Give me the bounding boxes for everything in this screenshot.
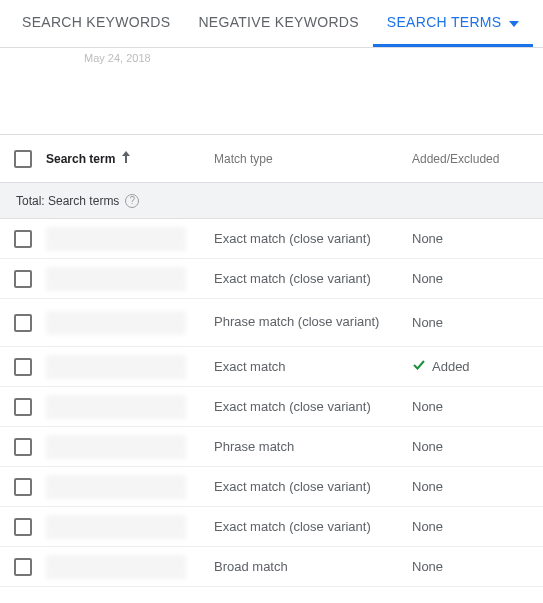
table-row: Exact match (close variant)None (0, 219, 543, 259)
table-row: Exact matchAdded (0, 347, 543, 387)
table-row: Phrase matchNone (0, 427, 543, 467)
tabs-bar: SEARCH KEYWORDS NEGATIVE KEYWORDS SEARCH… (0, 0, 543, 48)
search-term-cell (46, 311, 214, 335)
search-term-cell (46, 515, 214, 539)
match-type-cell: Exact match (close variant) (214, 399, 412, 414)
table-row: Exact match (close variant)None (0, 387, 543, 427)
col-label: Search term (46, 152, 115, 166)
row-checkbox[interactable] (14, 314, 32, 332)
row-checkbox[interactable] (14, 518, 32, 536)
search-term-cell (46, 555, 214, 579)
tab-negative-keywords[interactable]: NEGATIVE KEYWORDS (184, 0, 372, 47)
added-label: Added (432, 359, 470, 374)
search-terms-table: Search term Match type Added/Excluded To… (0, 134, 543, 587)
redacted-term (46, 227, 186, 251)
table-row: Exact match (close variant)None (0, 507, 543, 547)
redacted-term (46, 555, 186, 579)
added-excluded-cell: Added (412, 358, 543, 375)
table-row: Broad matchNone (0, 547, 543, 587)
added-excluded-cell: None (412, 559, 543, 574)
tab-search-terms[interactable]: SEARCH TERMS (373, 0, 534, 47)
redacted-term (46, 435, 186, 459)
match-type-cell: Broad match (214, 559, 412, 574)
row-checkbox[interactable] (14, 558, 32, 576)
redacted-term (46, 515, 186, 539)
added-excluded-cell: None (412, 271, 543, 286)
redacted-term (46, 395, 186, 419)
table-row: Exact match (close variant)None (0, 259, 543, 299)
search-term-cell (46, 395, 214, 419)
total-row: Total: Search terms ? (0, 183, 543, 219)
redacted-term (46, 355, 186, 379)
added-excluded-cell: None (412, 479, 543, 494)
row-checkbox[interactable] (14, 478, 32, 496)
match-type-cell: Phrase match (214, 439, 412, 454)
date-label: May 24, 2018 (0, 48, 543, 74)
spacer (0, 74, 543, 134)
caret-down-icon (509, 14, 519, 30)
col-header-match-type[interactable]: Match type (214, 152, 412, 166)
check-icon (412, 358, 426, 375)
redacted-term (46, 267, 186, 291)
help-icon[interactable]: ? (125, 194, 139, 208)
row-checkbox[interactable] (14, 358, 32, 376)
added-excluded-cell: None (412, 315, 543, 330)
col-header-added-excluded[interactable]: Added/Excluded (412, 152, 543, 166)
row-checkbox[interactable] (14, 398, 32, 416)
match-type-cell: Exact match (close variant) (214, 519, 412, 534)
row-checkbox[interactable] (14, 230, 32, 248)
added-excluded-cell: None (412, 399, 543, 414)
search-term-cell (46, 475, 214, 499)
match-type-cell: Exact match (214, 359, 412, 374)
redacted-term (46, 311, 186, 335)
match-type-cell: Exact match (close variant) (214, 479, 412, 494)
table-row: Exact match (close variant)None (0, 467, 543, 507)
added-excluded-cell: None (412, 519, 543, 534)
tab-search-keywords[interactable]: SEARCH KEYWORDS (8, 0, 184, 47)
match-type-cell: Phrase match (close variant) (214, 314, 412, 331)
search-term-cell (46, 355, 214, 379)
row-checkbox[interactable] (14, 438, 32, 456)
search-term-cell (46, 435, 214, 459)
total-label: Total: Search terms (16, 194, 119, 208)
tab-label: SEARCH TERMS (387, 14, 502, 30)
sort-asc-icon (121, 151, 131, 166)
match-type-cell: Exact match (close variant) (214, 231, 412, 246)
match-type-cell: Exact match (close variant) (214, 271, 412, 286)
redacted-term (46, 475, 186, 499)
select-all-checkbox[interactable] (14, 150, 32, 168)
added-excluded-cell: None (412, 439, 543, 454)
added-excluded-cell: None (412, 231, 543, 246)
search-term-cell (46, 267, 214, 291)
table-row: Phrase match (close variant)None (0, 299, 543, 347)
col-header-search-term[interactable]: Search term (46, 151, 214, 166)
row-checkbox[interactable] (14, 270, 32, 288)
search-term-cell (46, 227, 214, 251)
table-header: Search term Match type Added/Excluded (0, 135, 543, 183)
